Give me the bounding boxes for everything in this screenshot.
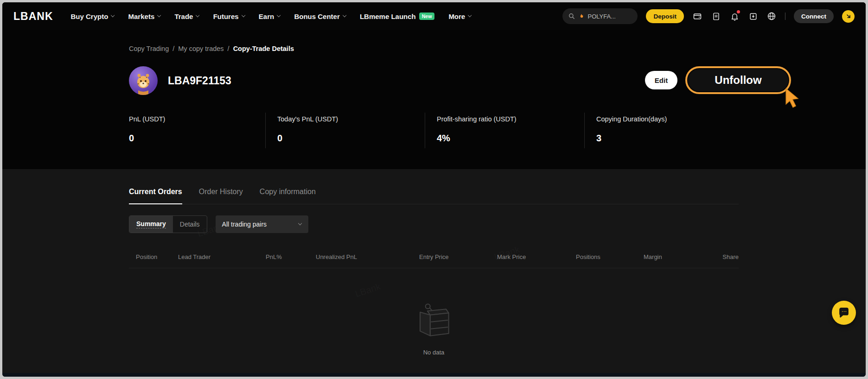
orders-panel: LBank LBank LBank Current Orders Order H… <box>2 169 866 373</box>
col-mark-price: Mark Price <box>497 253 576 260</box>
edit-button[interactable]: Edit <box>645 71 677 89</box>
live-chat-button[interactable] <box>832 301 856 325</box>
nav-right-controls: Deposit Connect <box>562 8 855 24</box>
nav-trade[interactable]: Trade <box>174 13 199 20</box>
chevron-down-icon <box>298 221 302 226</box>
search-icon <box>568 13 575 19</box>
breadcrumb-separator: / <box>172 45 174 52</box>
trader-profile: LBA9F21153 <box>129 66 231 95</box>
trader-id: LBA9F21153 <box>168 75 231 87</box>
trader-avatar <box>129 66 158 95</box>
flame-icon <box>578 13 584 19</box>
chevron-down-icon <box>277 13 281 18</box>
search-box[interactable] <box>562 8 638 24</box>
breadcrumb: Copy Trading / My copy trades / Copy-Tra… <box>129 45 294 52</box>
tab-order-history[interactable]: Order History <box>199 188 243 196</box>
chevron-down-icon <box>196 13 200 18</box>
chat-bubble-icon <box>838 307 850 319</box>
stat-pnl: PnL (USDT) 0 <box>129 113 265 148</box>
download-app-icon[interactable] <box>748 11 758 21</box>
chevron-down-icon <box>111 13 115 18</box>
empty-box-icon <box>411 298 457 344</box>
col-position: Position <box>136 253 178 260</box>
top-navbar: LBANK Buy Crypto Markets Trade Futures E… <box>2 2 866 30</box>
nav-buy-crypto[interactable]: Buy Crypto <box>71 13 115 20</box>
stats-row: PnL (USDT) 0 Today's PnL (USDT) 0 Profit… <box>129 113 745 148</box>
nav-earn[interactable]: Earn <box>259 13 281 20</box>
chevron-down-icon <box>342 13 346 18</box>
nav-more[interactable]: More <box>448 13 471 20</box>
language-globe-icon[interactable] <box>766 11 777 21</box>
nav-divider <box>785 13 785 20</box>
connect-wallet-button[interactable]: Connect <box>794 9 834 23</box>
nav-bonus-center[interactable]: Bonus Center <box>294 13 346 20</box>
nav-markets[interactable]: Markets <box>128 13 161 20</box>
breadcrumb-my-copy-trades[interactable]: My copy trades <box>178 45 223 52</box>
new-badge: New <box>419 13 435 20</box>
notification-dot <box>737 10 740 13</box>
col-unrealized-pnl: Unrealized PnL <box>316 253 419 260</box>
nav-futures[interactable]: Futures <box>213 13 245 20</box>
col-pnl-percent: PnL% <box>266 253 316 260</box>
lbank-app: LBANK Buy Crypto Markets Trade Futures E… <box>2 2 866 377</box>
view-mode-segmented-control: Summary Details <box>129 215 207 233</box>
wallet-icon[interactable] <box>692 11 702 21</box>
stat-todays-pnl: Today's PnL (USDT) 0 <box>265 113 425 148</box>
segment-summary[interactable]: Summary <box>129 216 173 233</box>
col-positions: Positions <box>576 253 644 260</box>
chevron-down-icon <box>468 13 472 18</box>
chevron-down-icon <box>157 13 161 18</box>
col-entry-price: Entry Price <box>419 253 497 260</box>
main-nav: Buy Crypto Markets Trade Futures Earn Bo… <box>71 13 563 20</box>
notifications-bell-icon[interactable] <box>729 11 740 21</box>
stat-copying-duration: Copying Duration(days) 3 <box>584 113 745 148</box>
no-data-text: No data <box>423 349 445 356</box>
nav-lbmeme-launch[interactable]: LBmeme LaunchNew <box>360 13 434 20</box>
lbank-coin-icon[interactable] <box>842 10 855 23</box>
tab-copy-information[interactable]: Copy information <box>260 188 316 196</box>
empty-state: No data <box>129 298 739 356</box>
stat-profit-sharing-ratio: Profit-sharing ratio (USDT) 4% <box>425 113 584 148</box>
orders-document-icon[interactable] <box>711 11 721 21</box>
unfollow-button[interactable]: Unfollow <box>685 66 791 94</box>
col-share: Share <box>719 253 739 260</box>
orders-controls: Summary Details All trading pairs <box>129 215 739 233</box>
deposit-button[interactable]: Deposit <box>646 9 684 23</box>
orders-tabs: Current Orders Order History Copy inform… <box>129 188 739 204</box>
trading-pairs-dropdown[interactable]: All trading pairs <box>216 215 308 233</box>
col-margin: Margin <box>644 253 719 260</box>
tab-current-orders[interactable]: Current Orders <box>129 188 182 196</box>
footer-edge <box>2 373 866 377</box>
search-input[interactable] <box>587 13 629 20</box>
cursor-pointer-icon <box>783 88 802 116</box>
chevron-down-icon <box>241 13 245 18</box>
breadcrumb-current-page: Copy-Trade Details <box>233 45 294 52</box>
segment-details[interactable]: Details <box>173 216 207 233</box>
lbank-logo[interactable]: LBANK <box>13 10 53 23</box>
breadcrumb-separator: / <box>228 45 230 52</box>
breadcrumb-copy-trading[interactable]: Copy Trading <box>129 45 169 52</box>
col-lead-trader: Lead Trader <box>178 253 266 260</box>
copy-trade-header: Copy Trading / My copy trades / Copy-Tra… <box>2 30 866 169</box>
table-header: Position Lead Trader PnL% Unrealized PnL… <box>129 253 739 268</box>
